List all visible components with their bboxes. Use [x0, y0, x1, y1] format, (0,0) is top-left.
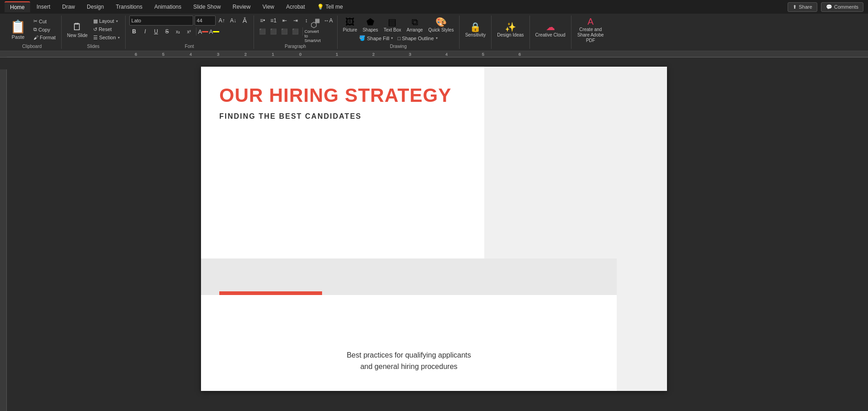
superscript-button[interactable]: x²	[184, 26, 194, 37]
design-ideas-button[interactable]: ✨ Design Ideas	[495, 21, 525, 38]
drawing-group: 🖼 Picture ⬟ Shapes ▤ Text Box ⧉ Arrange …	[338, 16, 460, 49]
share-button[interactable]: ⬆ Share	[788, 2, 817, 12]
cut-button[interactable]: ✂ Cut	[32, 17, 58, 25]
sensitivity-group: 🔒 Sensitivity	[460, 16, 492, 49]
clear-format-button[interactable]: Ā	[240, 16, 250, 26]
tab-acrobat[interactable]: Acrobat	[281, 2, 310, 12]
smartart-button[interactable]: ⬡ Convert to SmartArt	[305, 26, 323, 37]
svg-text:5: 5	[482, 52, 484, 57]
para-separator	[302, 27, 303, 36]
new-slide-button[interactable]: 🗒 New Slide	[65, 20, 90, 39]
bold-button[interactable]: B	[129, 26, 139, 37]
svg-text:6: 6	[519, 52, 521, 57]
shape-fill-button[interactable]: 🪣 Shape Fill ▾	[357, 34, 395, 42]
bullets-button[interactable]: ≡•	[258, 16, 268, 26]
format-painter-button[interactable]: 🖌 Format	[32, 34, 58, 41]
align-center-button[interactable]: ⬛	[269, 26, 279, 37]
red-accent-bar	[219, 291, 322, 295]
tab-slideshow[interactable]: Slide Show	[188, 2, 226, 12]
tab-tell-me[interactable]: 💡 Tell me	[312, 2, 349, 12]
increase-indent-button[interactable]: ⇥	[291, 16, 301, 26]
creative-cloud-content: ☁ Creative Cloud	[534, 16, 567, 43]
align-left-button[interactable]: ⬛	[258, 26, 268, 37]
layout-button[interactable]: ▦ Layout ▾	[91, 17, 122, 25]
tab-view[interactable]: View	[257, 2, 280, 12]
font-color-button[interactable]: A	[198, 26, 208, 37]
section-icon: ☰	[93, 35, 98, 41]
reset-icon: ↺	[93, 26, 97, 32]
italic-button[interactable]: I	[140, 26, 150, 37]
creative-cloud-group: ☁ Creative Cloud	[530, 16, 572, 49]
creative-cloud-button[interactable]: ☁ Creative Cloud	[534, 21, 567, 38]
comments-button[interactable]: 💬 Comments	[821, 2, 863, 12]
quick-styles-icon: 🎨	[435, 16, 447, 27]
justify-button[interactable]: ⬛	[291, 26, 301, 37]
paste-button[interactable]: 📋 Paste	[6, 17, 30, 42]
slide-description-area[interactable]: Best practices for qualifying applicants…	[201, 295, 617, 391]
slide-top-section: OUR HIRING STRATEGY FINDING THE BEST CAN…	[201, 67, 667, 258]
horizontal-ruler: 6 5 4 3 2 1 0 1 2 3 4 5 6	[0, 51, 868, 58]
subscript-button[interactable]: x₂	[173, 26, 183, 37]
picture-button[interactable]: 🖼 Picture	[341, 16, 359, 33]
slide-title-area: OUR HIRING STRATEGY FINDING THE BEST CAN…	[201, 67, 484, 258]
svg-text:1: 1	[272, 52, 274, 57]
font-group: A↑ A↓ Ā B I U S x₂ x² A A	[126, 16, 254, 49]
shapes-button[interactable]: ⬟ Shapes	[361, 16, 380, 33]
arrange-button[interactable]: ⧉ Arrange	[405, 16, 425, 33]
shape-fill-dropdown-icon: ▾	[391, 36, 393, 40]
ribbon-toolbar: 📋 Paste ✂ Cut ⧉ Copy 🖌 Format Clipboard	[0, 14, 868, 51]
quick-styles-button[interactable]: 🎨 Quick Styles	[427, 16, 456, 33]
text-highlight-button[interactable]: A	[209, 26, 219, 37]
text-direction-button[interactable]: ↔A	[323, 16, 333, 26]
slide-middle-right	[617, 258, 667, 295]
layout-dropdown-icon: ▾	[116, 19, 118, 23]
cut-copy-format-group: ✂ Cut ⧉ Copy 🖌 Format	[32, 17, 58, 41]
clipboard-content: 📋 Paste ✂ Cut ⧉ Copy 🖌 Format	[6, 16, 58, 43]
font-size-input[interactable]	[195, 16, 216, 26]
numbered-list-button[interactable]: ≡1	[269, 16, 279, 26]
clipboard-group: 📋 Paste ✂ Cut ⧉ Copy 🖌 Format Clipboard	[3, 16, 62, 49]
tab-home[interactable]: Home	[5, 1, 30, 12]
canvas-area: OUR HIRING STRATEGY FINDING THE BEST CAN…	[0, 58, 868, 399]
svg-text:4: 4	[445, 52, 448, 57]
tab-review[interactable]: Review	[227, 2, 256, 12]
shape-outline-button[interactable]: □ Shape Outline ▾	[396, 35, 439, 42]
paste-icon: 📋	[10, 19, 26, 34]
shape-fill-icon: 🪣	[359, 35, 365, 41]
slide-middle-left	[201, 258, 617, 295]
underline-button[interactable]: U	[151, 26, 161, 37]
strikethrough-button[interactable]: S	[162, 26, 172, 37]
tab-design[interactable]: Design	[81, 2, 109, 12]
slide-bottom-right-panel	[617, 295, 667, 391]
reset-button[interactable]: ↺ Reset	[91, 26, 122, 33]
drawing-content: 🖼 Picture ⬟ Shapes ▤ Text Box ⧉ Arrange …	[341, 16, 456, 43]
tab-insert[interactable]: Insert	[31, 2, 56, 12]
design-ideas-content: ✨ Design Ideas	[495, 16, 525, 43]
ruler-marks: 6 5 4 3 2 1 0 1 2 3 4 5 6	[7, 51, 868, 58]
font-name-input[interactable]	[129, 16, 193, 26]
line-spacing-button[interactable]: ↕	[302, 16, 312, 26]
slide-options-group: ▦ Layout ▾ ↺ Reset ☰ Section ▾	[91, 17, 122, 42]
tab-animations[interactable]: Animations	[149, 2, 187, 12]
slide-subtitle[interactable]: FINDING THE BEST CANDIDATES	[219, 112, 466, 121]
sensitivity-content: 🔒 Sensitivity	[463, 16, 487, 43]
align-right-button[interactable]: ⬛	[280, 26, 290, 37]
slide[interactable]: OUR HIRING STRATEGY FINDING THE BEST CAN…	[201, 67, 667, 391]
section-button[interactable]: ☰ Section ▾	[91, 34, 122, 42]
slide-top-right-panel	[484, 67, 667, 258]
svg-text:2: 2	[372, 52, 375, 57]
tab-transitions[interactable]: Transitions	[110, 2, 148, 12]
decrease-indent-button[interactable]: ⇤	[280, 16, 290, 26]
sensitivity-button[interactable]: 🔒 Sensitivity	[463, 21, 487, 38]
text-box-button[interactable]: ▤ Text Box	[382, 16, 403, 33]
adobe-icon: A	[587, 16, 593, 27]
ribbon-actions: ⬆ Share 💬 Comments	[788, 2, 863, 12]
shape-outline-icon: □	[397, 36, 401, 41]
new-slide-icon: 🗒	[72, 21, 82, 33]
tab-draw[interactable]: Draw	[57, 2, 80, 12]
create-share-adobe-button[interactable]: A Create and Share Adobe PDF	[575, 16, 606, 44]
copy-button[interactable]: ⧉ Copy	[32, 26, 58, 33]
slide-title[interactable]: OUR HIRING STRATEGY	[219, 85, 466, 106]
increase-font-button[interactable]: A↑	[217, 16, 227, 26]
decrease-font-button[interactable]: A↓	[228, 16, 238, 26]
